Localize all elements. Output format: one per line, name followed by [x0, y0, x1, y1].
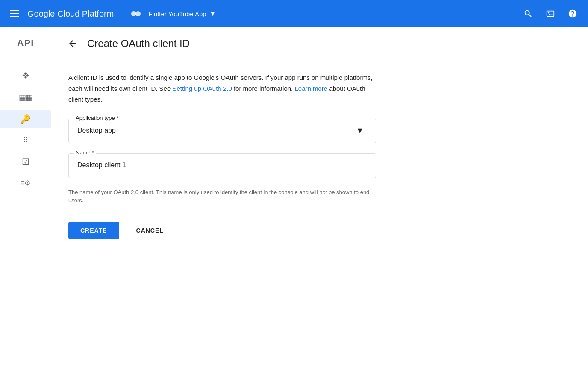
- name-field: Name *: [68, 153, 376, 178]
- create-button[interactable]: CREATE: [68, 222, 119, 239]
- cancel-button[interactable]: CANCEL: [129, 222, 171, 239]
- main-layout: API ❖ ▦▦ 🔑 ⠿ ☑ ≡⚙ Create OAuth client ID: [0, 27, 588, 373]
- app-type-field: Application type * Web applicationAndroi…: [68, 119, 376, 143]
- api-logo: API: [17, 34, 34, 55]
- sidebar-sep: [5, 61, 46, 61]
- quotas-icon: ☑: [22, 157, 29, 166]
- chevron-down-icon: ▼: [210, 10, 216, 17]
- project-selector[interactable]: Flutter YouTube App ▼: [128, 8, 219, 20]
- endpoints-icon: ⠿: [23, 137, 28, 144]
- sidebar-item-services[interactable]: ▦▦: [0, 88, 51, 106]
- sidebar-item-quotas[interactable]: ☑: [0, 152, 51, 171]
- back-button[interactable]: [65, 36, 80, 51]
- dashboard-icon: ❖: [22, 71, 29, 80]
- settings-icon: ≡⚙: [21, 180, 30, 186]
- content-area: Create OAuth client ID A client ID is us…: [51, 27, 588, 373]
- name-hint: The name of your OAuth 2.0 client. This …: [68, 188, 376, 205]
- search-icon[interactable]: [520, 5, 537, 22]
- help-icon[interactable]: [564, 5, 581, 22]
- form-area: A client ID is used to identify a single…: [51, 58, 419, 270]
- project-name: Flutter YouTube App: [148, 10, 206, 17]
- sidebar-item-settings[interactable]: ≡⚙: [0, 175, 51, 192]
- button-row: CREATE CANCEL: [68, 222, 402, 256]
- sidebar-item-endpoints[interactable]: ⠿: [0, 132, 51, 149]
- credentials-icon: 🔑: [20, 115, 31, 123]
- app-type-select[interactable]: Web applicationAndroidChrome ExtensioniO…: [76, 119, 369, 136]
- page-header: Create OAuth client ID: [51, 27, 588, 58]
- top-header: Google Cloud Platform Flutter YouTube Ap…: [0, 0, 588, 27]
- description-text: A client ID is used to identify a single…: [68, 72, 376, 105]
- menu-icon[interactable]: [7, 6, 22, 21]
- learn-more-link[interactable]: Learn more: [294, 85, 327, 92]
- name-input[interactable]: [76, 154, 369, 171]
- header-divider: [121, 9, 121, 19]
- brand-name: Google Cloud Platform: [27, 9, 114, 19]
- project-icon: [131, 9, 145, 18]
- sidebar-item-credentials[interactable]: 🔑: [0, 110, 51, 128]
- terminal-icon[interactable]: [542, 5, 559, 22]
- sidebar: API ❖ ▦▦ 🔑 ⠿ ☑ ≡⚙: [0, 27, 51, 373]
- name-label: Name *: [74, 149, 96, 156]
- oauth-setup-link[interactable]: Setting up OAuth 2.0: [172, 85, 232, 92]
- services-icon: ▦▦: [19, 93, 32, 101]
- page-title: Create OAuth client ID: [87, 38, 190, 50]
- app-type-select-wrapper: Web applicationAndroidChrome ExtensioniO…: [76, 119, 369, 136]
- sidebar-item-dashboard[interactable]: ❖: [0, 66, 51, 85]
